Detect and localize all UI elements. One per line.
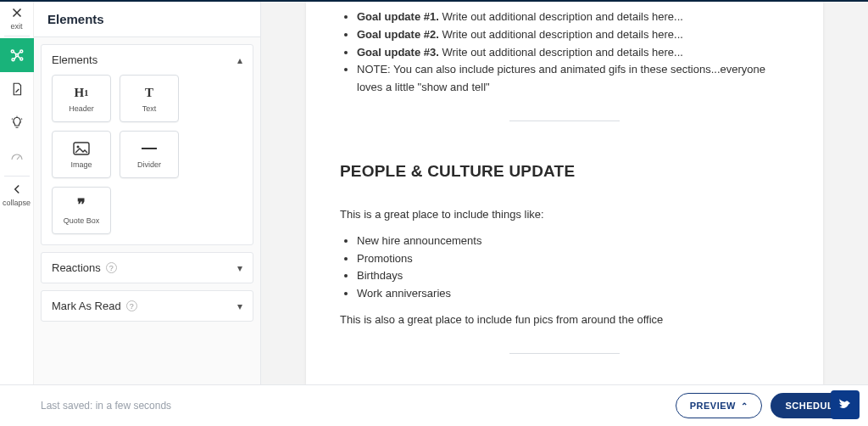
note-item: NOTE: You can also include pictures and …: [357, 61, 789, 97]
accordion-mark-as-read[interactable]: Mark As Read ? ▾: [42, 291, 253, 321]
network-icon: [9, 48, 25, 63]
chevron-down-icon: ▾: [237, 300, 242, 312]
help-icon: ?: [126, 300, 137, 311]
list-item: Birthdays: [357, 267, 789, 285]
rail-divider: [4, 36, 30, 36]
chevron-left-icon: [9, 182, 25, 197]
tile-label: Divider: [137, 160, 161, 169]
tile-label: Image: [70, 160, 92, 169]
tile-header[interactable]: H1 Header: [52, 75, 111, 122]
divider-icon: [142, 140, 157, 157]
section-divider: [509, 353, 620, 354]
svg-point-2: [19, 50, 22, 53]
chevron-up-icon: ▴: [237, 54, 242, 66]
rail-ideas[interactable]: [0, 106, 34, 140]
preview-button[interactable]: PREVIEW ⌃: [676, 393, 763, 418]
accordion-label: Mark As Read: [52, 300, 121, 312]
gauge-icon: [9, 149, 25, 165]
list-item: Work anniversaries: [357, 285, 789, 303]
accordion-elements[interactable]: Elements ▴: [42, 45, 253, 75]
image-icon: [73, 140, 90, 157]
tile-text[interactable]: T Text: [120, 75, 179, 122]
panel-title: Elements: [34, 2, 260, 37]
rail-elements[interactable]: [0, 38, 34, 72]
goal-item: Goal update #2. Write out additional des…: [357, 26, 789, 44]
goal-item: Goal update #1. Write out additional des…: [357, 8, 789, 26]
lightbulb-icon: [9, 115, 25, 131]
text-icon: T: [145, 84, 153, 101]
exit-label: exit: [10, 22, 22, 31]
rail-document[interactable]: [0, 72, 34, 106]
exit-button[interactable]: exit: [0, 2, 34, 34]
svg-point-4: [19, 58, 22, 60]
preview-label: PREVIEW: [690, 401, 736, 411]
svg-point-6: [77, 146, 80, 149]
svg-point-3: [12, 59, 14, 61]
help-fab[interactable]: [831, 390, 860, 419]
tile-image[interactable]: Image: [52, 131, 111, 178]
outro-text: This is also a great place to include fu…: [340, 311, 789, 329]
last-saved-text: Last saved: in a few seconds: [41, 400, 171, 412]
close-icon: [9, 5, 25, 20]
accordion-label: Reactions: [52, 261, 101, 274]
tile-label: Header: [69, 104, 94, 113]
tile-label: Quote Box: [64, 216, 100, 225]
elements-panel: Elements Elements ▴ H1 Header T: [34, 2, 261, 384]
document-icon: [9, 81, 25, 97]
section-heading: PEOPLE & CULTURE UPDATE: [340, 162, 789, 181]
tile-quote[interactable]: ❞ Quote Box: [52, 187, 111, 234]
accordion-reactions[interactable]: Reactions ? ▾: [42, 253, 253, 283]
collapse-label: collapse: [3, 199, 31, 207]
svg-point-1: [11, 50, 14, 53]
tile-divider[interactable]: Divider: [120, 131, 179, 178]
chevron-down-icon: ▾: [237, 262, 242, 274]
bird-icon: [837, 396, 854, 413]
list-item: New hire announcements: [357, 233, 789, 250]
goal-item: Goal update #3. Write out additional des…: [357, 44, 789, 62]
footer: Last saved: in a few seconds PREVIEW ⌃ S…: [0, 385, 868, 426]
list-item: Promotions: [357, 250, 789, 268]
tile-label: Text: [142, 104, 157, 113]
quote-icon: ❞: [77, 196, 86, 213]
document-preview[interactable]: Goal update #1. Write out additional des…: [306, 2, 823, 384]
help-icon: ?: [106, 262, 117, 273]
editor-canvas: Goal update #1. Write out additional des…: [261, 2, 868, 384]
accordion-label: Elements: [52, 53, 97, 66]
rail-divider: [4, 176, 30, 177]
element-tiles: H1 Header T Text Image: [42, 75, 253, 244]
intro-text: This is a great place to include things …: [340, 206, 789, 224]
rail-gauge[interactable]: [0, 140, 34, 174]
left-rail: exit collapse: [0, 2, 34, 384]
collapse-button[interactable]: collapse: [0, 178, 34, 210]
section-divider: [509, 121, 620, 121]
header-icon: H1: [74, 84, 88, 101]
chevron-up-icon: ⌃: [741, 401, 748, 411]
